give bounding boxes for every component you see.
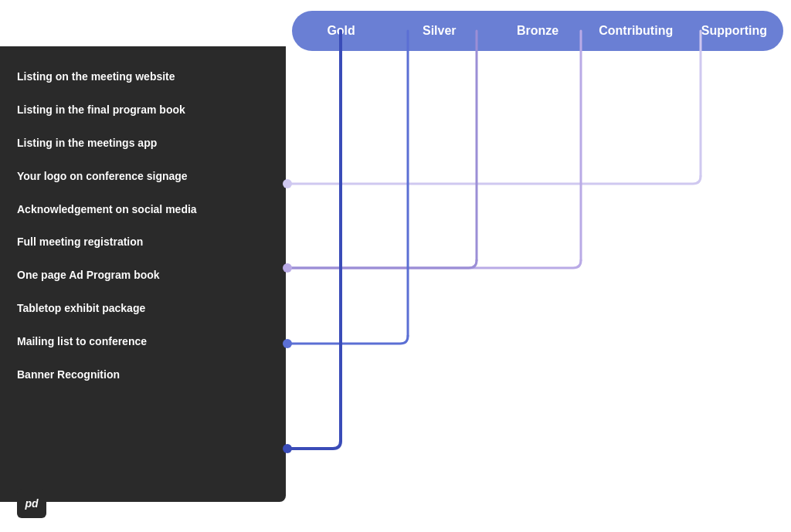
feature-item-3: Listing in the meetings app [17,127,269,160]
feature-item-7: One page Ad Program book [17,259,269,292]
feature-item-8: Tabletop exhibit package [17,292,269,325]
tier-contributing: Contributing [587,24,685,38]
feature-item-2: Listing in the final program book [17,93,269,127]
feature-list: Listing on the meeting website Listing i… [0,46,286,405]
feature-item-9: Mailing list to conference [17,325,269,358]
main-container: Listing on the meeting website Listing i… [0,0,791,532]
feature-item-1: Listing on the meeting website [17,60,269,93]
tier-bronze: Bronze [488,24,586,38]
feature-item-5: Acknowledgement on social media [17,193,269,226]
feature-item-10: Banner Recognition [17,358,269,391]
feature-item-6: Full meeting registration [17,225,269,259]
tiers-header: Gold Silver Bronze Contributing Supporti… [292,11,783,51]
feature-item-4: Your logo on conference signage [17,160,269,193]
tier-supporting: Supporting [685,24,783,38]
tier-gold: Gold [292,24,390,38]
logo-text: pd [25,497,38,510]
logo: pd [17,489,46,518]
features-panel: Listing on the meeting website Listing i… [0,46,286,502]
tier-silver: Silver [390,24,488,38]
